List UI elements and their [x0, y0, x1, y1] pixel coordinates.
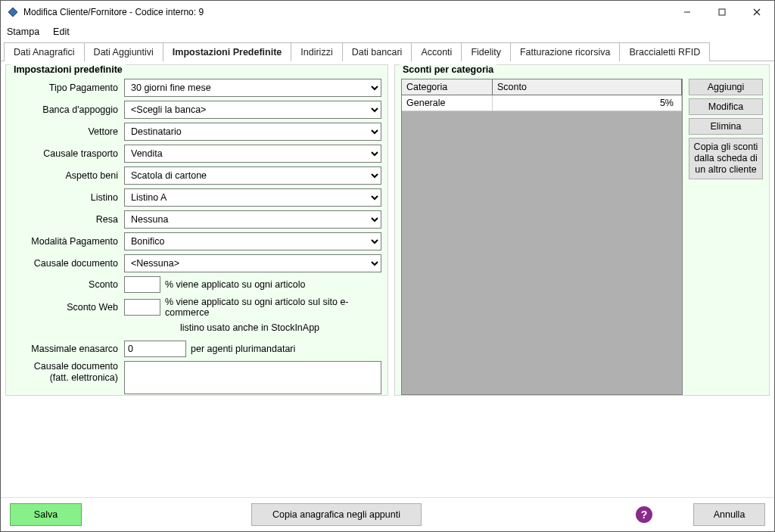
table-row[interactable]: Generale 5% — [402, 95, 682, 111]
tab-fatturazione-ricorsiva[interactable]: Fatturazione ricorsiva — [510, 42, 621, 61]
footer: Salva Copia anagrafica negli appunti ? A… — [1, 497, 774, 531]
tab-braccialetti-rfid[interactable]: Braccialetti RFID — [619, 42, 710, 61]
help-icon[interactable]: ? — [636, 506, 652, 523]
label-aspetto-beni: Aspetto beni — [12, 170, 124, 181]
copia-sconti-button[interactable]: Copia gli sconti dalla scheda di un altr… — [689, 138, 763, 179]
titlebar: Modifica Cliente/Fornitore - Codice inte… — [1, 1, 774, 23]
maximize-button[interactable] — [705, 1, 739, 23]
select-listino[interactable]: Listino A — [124, 188, 381, 207]
copia-anagrafica-button[interactable]: Copia anagrafica negli appunti — [251, 503, 422, 526]
menu-stampa[interactable]: Stampa — [7, 26, 39, 37]
label-causale-trasporto: Causale trasporto — [12, 148, 124, 159]
panel-title-left: Impostazioni predefinite — [11, 64, 126, 75]
cell-categoria: Generale — [402, 95, 493, 110]
tab-impostazioni-predefinite[interactable]: Impostazioni Predefinite — [163, 42, 291, 61]
tab-dati-anagrafici[interactable]: Dati Anagrafici — [4, 42, 85, 61]
cell-sconto: 5% — [493, 95, 682, 110]
app-icon — [7, 6, 19, 18]
tabstrip: Dati Anagrafici Dati Aggiuntivi Impostaz… — [1, 40, 774, 61]
textarea-causale-doc-fe[interactable] — [124, 361, 381, 394]
minimize-button[interactable] — [670, 1, 705, 23]
select-tipo-pagamento[interactable]: 30 giorni fine mese — [124, 79, 381, 97]
select-causale-documento[interactable]: <Nessuna> — [124, 254, 381, 272]
panel-sconti-categoria: Sconti per categoria Categoria Sconto Ge… — [394, 64, 770, 396]
label-resa: Resa — [12, 214, 124, 225]
elimina-button[interactable]: Elimina — [689, 118, 763, 135]
label-causale-documento: Causale documento — [12, 258, 124, 269]
grid-header-sconto[interactable]: Sconto — [493, 79, 682, 95]
tab-acconti[interactable]: Acconti — [411, 42, 462, 61]
grid-header-categoria[interactable]: Categoria — [402, 79, 493, 95]
input-sconto-web[interactable] — [124, 299, 160, 316]
content-area: Impostazioni predefinite Tipo Pagamento … — [1, 61, 774, 497]
window-title: Modifica Cliente/Fornitore - Codice inte… — [23, 7, 204, 17]
tab-fidelity[interactable]: Fidelity — [461, 42, 511, 61]
select-aspetto-beni[interactable]: Scatola di cartone — [124, 166, 381, 185]
note-listino-stockinapp: listino usato anche in StockInApp — [12, 322, 381, 333]
label-massimale-enasarco: Massimale enasarco — [12, 344, 124, 354]
label-banca-appoggio: Banca d'appoggio — [12, 104, 124, 115]
label-sconto-web: Sconto Web — [12, 302, 124, 313]
side-buttons: Aggiungi Modifica Elimina Copia gli scon… — [689, 79, 763, 395]
label-vettore: Vettore — [12, 126, 124, 137]
grid-header: Categoria Sconto — [402, 79, 682, 95]
annulla-button[interactable]: Annulla — [693, 503, 765, 526]
menubar: Stampa Edit — [1, 23, 774, 40]
suffix-sconto: % viene applicato su ogni articolo — [165, 279, 306, 290]
input-massimale-enasarco[interactable] — [124, 341, 186, 357]
grid-sconti[interactable]: Categoria Sconto Generale 5% — [401, 79, 683, 395]
panel-impostazioni-predefinite: Impostazioni predefinite Tipo Pagamento … — [5, 64, 388, 396]
menu-edit[interactable]: Edit — [53, 26, 70, 37]
tab-dati-aggiuntivi[interactable]: Dati Aggiuntivi — [84, 42, 163, 61]
select-modalita-pagamento[interactable]: Bonifico — [124, 232, 381, 250]
aggiungi-button[interactable]: Aggiungi — [689, 79, 763, 95]
panel-title-right: Sconti per categoria — [400, 64, 496, 75]
select-causale-trasporto[interactable]: Vendita — [124, 145, 381, 163]
label-listino: Listino — [12, 192, 124, 203]
tab-indirizzi[interactable]: Indirizzi — [291, 42, 342, 61]
close-button[interactable] — [739, 1, 774, 23]
input-sconto[interactable] — [124, 276, 160, 293]
label-causale-doc-fe: Causale documento (fatt. elettronica) — [12, 361, 124, 384]
svg-rect-2 — [719, 9, 725, 15]
label-tipo-pagamento: Tipo Pagamento — [12, 82, 124, 93]
tab-dati-bancari[interactable]: Dati bancari — [342, 42, 412, 61]
select-banca-appoggio[interactable]: <Scegli la banca> — [124, 101, 381, 119]
modifica-button[interactable]: Modifica — [689, 98, 763, 115]
label-modalita-pagamento: Modalità Pagamento — [12, 236, 124, 247]
salva-button[interactable]: Salva — [10, 503, 82, 526]
select-vettore[interactable]: Destinatario — [124, 123, 381, 141]
label-sconto: Sconto — [12, 279, 124, 290]
suffix-massimale-enasarco: per agenti plurimandatari — [191, 344, 295, 354]
suffix-sconto-web: % viene applicato su ogni articolo sul s… — [165, 297, 381, 318]
app-window: Modifica Cliente/Fornitore - Codice inte… — [0, 0, 775, 532]
select-resa[interactable]: Nessuna — [124, 210, 381, 229]
svg-marker-0 — [8, 8, 17, 17]
